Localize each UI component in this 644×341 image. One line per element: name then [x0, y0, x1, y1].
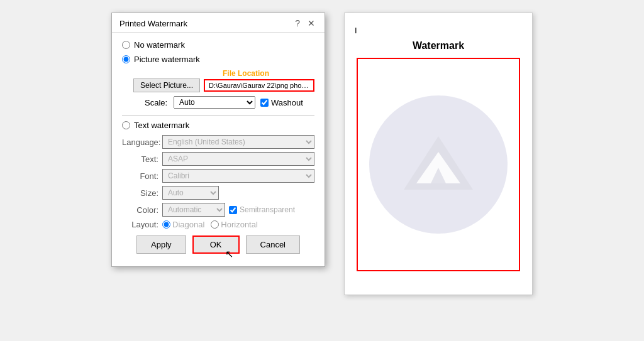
- diagonal-option[interactable]: Diagonal: [162, 220, 204, 229]
- washout-option[interactable]: Washout: [260, 98, 303, 107]
- horizontal-label: Horizontal: [221, 220, 258, 229]
- cancel-button[interactable]: Cancel: [246, 235, 300, 254]
- dialog-titlebar: Printed Watermark ? ✕: [112, 13, 325, 33]
- ok-label: OK: [210, 240, 222, 249]
- picture-watermark-radio[interactable]: [122, 55, 130, 63]
- document-title: Watermark: [413, 40, 464, 51]
- text-select[interactable]: ASAP: [162, 152, 314, 166]
- semitransparent-option[interactable]: Semitransparent: [229, 205, 295, 214]
- picture-row: Select Picture... D:\Gaurav\Gaurav 22\pn…: [133, 78, 314, 92]
- font-select[interactable]: Calibri: [162, 169, 314, 183]
- watermark-box: [357, 58, 520, 271]
- scale-select[interactable]: Auto: [174, 96, 255, 109]
- help-button[interactable]: ?: [293, 18, 302, 28]
- section-divider: [122, 115, 314, 116]
- button-row: Apply OK ↖ Cancel: [122, 235, 314, 260]
- size-label: Size:: [122, 188, 158, 198]
- semitransparent-label: Semitransparent: [240, 205, 295, 214]
- semitransparent-checkbox[interactable]: [229, 206, 237, 214]
- document-preview: I Watermark: [344, 13, 533, 295]
- ok-button[interactable]: OK ↖: [192, 235, 240, 254]
- cursor-indicator: ↖: [225, 248, 233, 260]
- apply-button[interactable]: Apply: [136, 235, 186, 254]
- text-row: Text: ASAP: [122, 152, 314, 166]
- scale-label: Scale:: [145, 98, 169, 107]
- dialog-body: No watermark Picture watermark File Loca…: [112, 33, 325, 266]
- file-path-display: D:\Gaurav\Gaurav 22\png photo\aiyo it lo…: [204, 79, 314, 92]
- washout-checkbox[interactable]: [260, 99, 269, 107]
- picture-watermark-option[interactable]: Picture watermark: [122, 55, 314, 64]
- washout-text: Washout: [271, 98, 303, 107]
- font-label: Font:: [122, 171, 158, 181]
- picture-watermark-label: Picture watermark: [134, 55, 200, 64]
- titlebar-buttons: ? ✕: [293, 18, 317, 28]
- close-button[interactable]: ✕: [306, 18, 317, 28]
- select-picture-button[interactable]: Select Picture...: [133, 78, 200, 92]
- scale-row: Scale: Auto Washout: [145, 96, 314, 109]
- text-section: Language: English (United States) Text: …: [122, 135, 314, 229]
- size-select[interactable]: Auto: [162, 186, 219, 200]
- watermark-logo-svg: [401, 133, 476, 196]
- text-watermark-label: Text watermark: [134, 121, 189, 130]
- language-row: Language: English (United States): [122, 135, 314, 149]
- color-row: Color: Automatic Semitransparent: [122, 203, 314, 217]
- layout-row: Layout: Diagonal Horizontal: [122, 220, 314, 229]
- watermark-circle: [369, 95, 508, 234]
- no-watermark-option[interactable]: No watermark: [122, 40, 314, 50]
- font-row: Font: Calibri: [122, 169, 314, 183]
- no-watermark-radio[interactable]: [122, 41, 130, 49]
- washout-label: Washout: [271, 98, 303, 107]
- picture-section: File Location Select Picture... D:\Gaura…: [133, 69, 314, 109]
- printed-watermark-dialog: Printed Watermark ? ✕ No watermark Pictu…: [111, 13, 325, 267]
- horizontal-radio[interactable]: [211, 220, 219, 229]
- diagonal-radio[interactable]: [162, 220, 170, 229]
- layout-options: Diagonal Horizontal: [162, 220, 258, 229]
- text-label: Text:: [122, 154, 158, 164]
- color-label: Color:: [122, 205, 158, 215]
- document-cursor: I: [355, 26, 357, 35]
- language-select[interactable]: English (United States): [162, 135, 314, 149]
- color-select[interactable]: Automatic: [162, 203, 225, 217]
- no-watermark-label: No watermark: [134, 40, 185, 50]
- horizontal-option[interactable]: Horizontal: [211, 220, 258, 229]
- diagonal-label: Diagonal: [172, 220, 204, 229]
- text-watermark-radio[interactable]: [122, 121, 130, 129]
- language-label: Language:: [122, 138, 158, 147]
- text-watermark-option[interactable]: Text watermark: [122, 121, 314, 130]
- dialog-title: Printed Watermark: [119, 19, 187, 28]
- layout-label: Layout:: [122, 220, 158, 229]
- size-row: Size: Auto: [122, 186, 314, 200]
- file-location-annotation: File Location: [177, 69, 314, 78]
